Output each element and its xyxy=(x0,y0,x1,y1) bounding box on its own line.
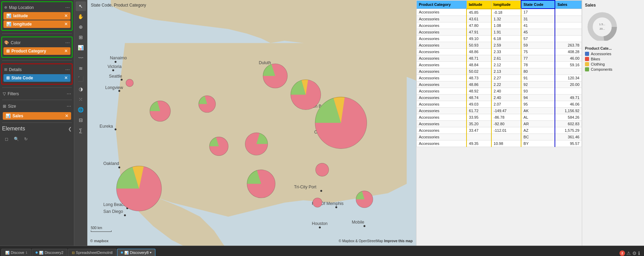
col-header-state[interactable]: State Code xyxy=(521,0,555,9)
cell-category: Accessories xyxy=(417,94,467,101)
cell-sales: 361.46 xyxy=(555,134,581,140)
svg-point-4 xyxy=(115,61,116,62)
tab-discovery8[interactable]: 📊 Discovery8 ▾ xyxy=(117,249,155,256)
sales-close[interactable]: ✕ xyxy=(65,114,68,118)
elem-select-btn[interactable]: ◻ xyxy=(2,135,11,144)
col-header-sales[interactable]: Sales xyxy=(555,0,581,9)
col-header-longitude[interactable]: longitude xyxy=(491,0,521,9)
tab-spreadsheet[interactable]: ⊟ SpreadsheetDemoIntl xyxy=(68,249,116,256)
product-cat-close[interactable]: ✕ xyxy=(64,49,68,53)
cell-state: 45 xyxy=(521,29,555,35)
pie-central[interactable] xyxy=(245,133,268,155)
legend-panel: Sales 1.5... 20... Product Cate... Acces… xyxy=(582,0,644,246)
svg-point-12 xyxy=(115,128,116,130)
tab-discovery2[interactable]: 📊 Discovery2 xyxy=(32,249,67,256)
table-row: Accessories 49.03 2.07 95 46.06 xyxy=(417,101,582,107)
tab-discove[interactable]: 📊 Discove 1 xyxy=(1,249,31,256)
cell-longitude: -0.18 xyxy=(491,9,521,16)
table-row: Accessories 35.20 -92.80 AR 602.83 xyxy=(417,120,582,127)
divider-2 xyxy=(2,60,72,61)
elements-collapse[interactable]: ❮ xyxy=(68,126,72,131)
pie-mobile[interactable] xyxy=(356,191,373,208)
pie-houston[interactable] xyxy=(313,198,322,207)
cell-latitude: 33.47 xyxy=(467,127,491,134)
longitude-close[interactable]: ✕ xyxy=(64,22,68,27)
select-tool[interactable]: ↖ xyxy=(76,1,86,11)
cell-sales: 1,575.29 xyxy=(555,127,581,134)
latitude-chip[interactable]: 📊 latitude ✕ xyxy=(3,12,70,20)
mapbox-logo: © mapbox xyxy=(90,239,108,243)
longitude-chip[interactable]: 📊 longitude ✕ xyxy=(3,20,70,28)
pie-duluth[interactable] xyxy=(263,64,288,88)
cell-category: Accessories xyxy=(417,42,467,48)
line-tool[interactable]: 〰 xyxy=(76,53,86,63)
pie-nw[interactable] xyxy=(150,101,171,121)
pie-tool[interactable]: ◑ xyxy=(76,84,86,94)
pie-seattle[interactable] xyxy=(126,79,134,87)
info-icon[interactable]: ℹ xyxy=(638,250,640,256)
bar-chart-tool[interactable]: 📊 xyxy=(76,43,86,52)
details-menu[interactable]: ⋯ xyxy=(65,67,70,72)
pan-tool[interactable]: ✋ xyxy=(76,12,86,21)
cell-longitude xyxy=(491,134,521,140)
size-menu[interactable]: ⋯ xyxy=(67,104,71,109)
filters-label: Filters xyxy=(8,91,19,96)
warning-icon[interactable]: ⚠ xyxy=(626,250,631,256)
tab-discovery2-dot xyxy=(36,252,38,254)
col-header-category[interactable]: Product Category xyxy=(417,0,467,9)
sales-chip[interactable]: 📊 Sales ✕ xyxy=(3,112,71,120)
color-menu[interactable]: ⋯ xyxy=(65,40,70,45)
pie-montana[interactable] xyxy=(199,96,215,112)
cell-state: 78 xyxy=(521,61,555,68)
state-code-chip[interactable]: ⊞ State Code ✕ xyxy=(3,74,70,82)
pie-colorado[interactable] xyxy=(210,137,228,156)
crosshair-tool[interactable]: ⊕ xyxy=(76,22,86,32)
formula-tool[interactable]: ∑ xyxy=(76,126,86,135)
legend-item-bikes: Bikes xyxy=(585,57,641,61)
latitude-close[interactable]: ✕ xyxy=(64,13,68,18)
product-cat-icon: ⊞ xyxy=(6,49,10,53)
cell-sales: 602.83 xyxy=(555,120,581,127)
legend-sales-title: Sales xyxy=(585,3,641,8)
svg-text:1.5...: 1.5... xyxy=(599,23,605,26)
table-row: Accessories 48.86 2.22 92 20.00 xyxy=(417,81,582,88)
cell-category: Accessories xyxy=(417,68,467,75)
pie-cleveland[interactable] xyxy=(315,97,367,148)
improve-map-link[interactable]: Improve this map xyxy=(384,239,413,243)
wave-tool[interactable]: ≋ xyxy=(76,63,86,73)
scatter-tool[interactable]: ⁙ xyxy=(76,95,86,104)
cell-sales xyxy=(555,88,581,94)
cell-state: 92 xyxy=(521,81,555,88)
product-category-chip[interactable]: ⊞ Product Category ✕ xyxy=(3,47,70,55)
cell-state: 41 xyxy=(521,22,555,29)
state-code-close[interactable]: ✕ xyxy=(64,76,68,80)
tab-discove-label: Discove xyxy=(11,250,24,255)
shape-tool[interactable]: ⬛ xyxy=(76,74,86,83)
cell-sales: 46.06 xyxy=(555,101,581,107)
cell-sales: 46.00 xyxy=(555,55,581,61)
components-label: Components xyxy=(591,67,612,71)
details-section: ⊞ Details ⋯ ⊞ State Code ✕ xyxy=(1,63,73,85)
table-row: Accessories 48.92 2.40 93 xyxy=(417,88,582,94)
cell-longitude: 2.13 xyxy=(491,68,521,75)
grid-tool[interactable]: ⊞ xyxy=(76,32,86,42)
pie-memphis[interactable] xyxy=(316,163,329,176)
col-header-latitude[interactable]: latitude xyxy=(467,0,491,9)
cell-state: 91 xyxy=(521,75,555,81)
settings-icon[interactable]: ⚙ xyxy=(632,250,637,256)
svg-text:Nanaimo: Nanaimo xyxy=(110,56,127,60)
elem-search-btn[interactable]: 🔍 xyxy=(12,135,21,144)
cell-state: 57 xyxy=(521,35,555,42)
map-tool[interactable]: 🌐 xyxy=(76,105,86,115)
elem-refresh-btn[interactable]: ↻ xyxy=(21,135,30,144)
pie-longbeach[interactable] xyxy=(116,166,162,211)
table-tool[interactable]: ⊟ xyxy=(76,115,86,125)
cell-latitude: 48.92 xyxy=(467,88,491,94)
legend-product-title: Product Cate... xyxy=(585,46,641,50)
filters-menu[interactable]: ⋯ xyxy=(67,91,71,96)
table-row: Accessories BC 361.46 xyxy=(417,134,582,140)
pie-greatlakes[interactable] xyxy=(291,79,321,110)
pie-texas[interactable] xyxy=(247,170,275,198)
map-location-menu[interactable]: ⋯ xyxy=(65,5,70,10)
cell-category: Accessories xyxy=(417,61,467,68)
